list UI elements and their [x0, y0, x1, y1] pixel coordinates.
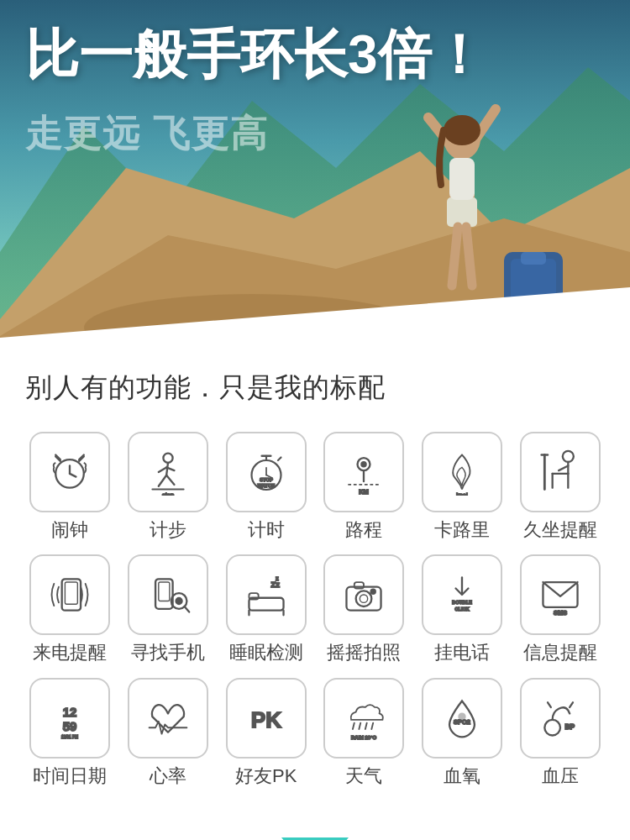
feature-kcal: kcal 卡路里 [417, 432, 507, 541]
svg-text:SMS: SMS [554, 610, 567, 617]
sms-icon-box: SMS [520, 554, 601, 635]
svg-rect-58 [159, 582, 170, 601]
sleep-icon: Zz z [243, 571, 290, 618]
spo2-icon-box: SPO2 [422, 678, 502, 759]
heartrate-icon [144, 695, 192, 742]
svg-line-10 [466, 227, 472, 286]
svg-line-30 [159, 467, 166, 472]
feature-camera: 摇摇拍照 [319, 554, 409, 664]
distance-icon: KM [340, 449, 387, 496]
svg-line-84 [365, 722, 367, 728]
svg-line-28 [159, 475, 166, 486]
svg-point-88 [459, 713, 465, 719]
svg-rect-18 [521, 252, 546, 265]
alarm-label: 闹钟 [51, 519, 88, 541]
svg-rect-13 [449, 158, 475, 200]
bp-icon: BP [537, 695, 584, 742]
svg-line-52 [559, 466, 568, 471]
pk-icon: PK [243, 695, 290, 742]
svg-text:STOP: STOP [260, 477, 273, 482]
feature-call: 来电提醒 [25, 554, 115, 664]
svg-line-82 [353, 722, 354, 728]
svg-text:RAIN 26°C: RAIN 26°C [351, 735, 377, 740]
find-phone-icon-box [128, 554, 208, 635]
kcal-label: 卡路里 [434, 519, 490, 541]
heartrate-icon-box [128, 678, 208, 759]
svg-text:WATCH: WATCH [257, 483, 274, 488]
distance-icon-box: KM [323, 432, 404, 512]
spo2-label: 血氧 [444, 765, 480, 787]
svg-text:BP: BP [564, 722, 575, 731]
svg-point-69 [356, 591, 372, 607]
step-icon-box: step [128, 432, 208, 512]
bottom-decoration [0, 821, 630, 840]
feature-find-phone: 寻找手机 [123, 554, 213, 664]
stopwatch-label: 计时 [248, 519, 285, 541]
distance-label: 路程 [345, 519, 382, 541]
svg-point-60 [176, 598, 181, 604]
svg-text:DOUBLE: DOUBLE [452, 601, 472, 606]
camera-icon [340, 571, 387, 618]
bp-label: 血压 [542, 765, 579, 787]
feature-datetime: 12 59 12/31 PM 时间日期 [25, 678, 115, 787]
step-label: 计步 [150, 519, 186, 541]
svg-line-37 [278, 458, 281, 461]
svg-point-43 [362, 462, 367, 467]
call-icon [46, 571, 93, 618]
svg-point-70 [360, 595, 368, 602]
svg-text:PK: PK [251, 707, 281, 732]
sleep-label: 睡眠检测 [229, 642, 303, 664]
weather-label: 天气 [345, 765, 382, 787]
spo2-icon: SPO2 [438, 695, 486, 742]
sedentary-icon [537, 449, 584, 496]
svg-line-85 [372, 722, 374, 728]
stopwatch-icon-box: STOP WATCH [226, 432, 307, 512]
feature-alarm: 闹钟 [25, 432, 115, 541]
camera-icon-box [323, 554, 404, 635]
sedentary-label: 久坐提醒 [523, 519, 597, 541]
datetime-icon: 12 59 12/31 PM [46, 695, 93, 742]
call-icon-box [29, 554, 110, 635]
svg-point-26 [163, 454, 172, 463]
find-phone-icon [144, 571, 192, 618]
feature-bp: BP 血压 [515, 678, 605, 787]
feature-hangup: DOUBLE CLICK 挂电话 [417, 554, 507, 664]
svg-text:step: step [162, 491, 174, 496]
find-phone-label: 寻找手机 [131, 642, 205, 664]
svg-rect-8 [447, 197, 477, 227]
svg-text:kcal: kcal [456, 491, 468, 496]
svg-point-72 [371, 590, 376, 595]
sms-label: 信息提醒 [523, 642, 597, 664]
feature-sedentary: 久坐提醒 [515, 432, 605, 541]
feature-sleep: Zz z 睡眠检测 [221, 554, 311, 664]
feature-heartrate: 心率 [123, 678, 213, 787]
weather-icon: RAIN 26°C [340, 695, 387, 742]
pk-icon-box: PK [226, 678, 307, 759]
feature-weather: RAIN 26°C 天气 [319, 678, 409, 787]
sleep-icon-box: Zz z [226, 554, 307, 635]
heartrate-label: 心率 [150, 765, 186, 787]
svg-line-91 [570, 702, 573, 707]
svg-line-61 [185, 606, 190, 612]
hangup-icon-box: DOUBLE CLICK [422, 554, 502, 635]
features-section: 别人有的功能．只是我的标配 闹钟 [0, 353, 630, 821]
feature-sms: SMS 信息提醒 [515, 554, 605, 664]
datetime-label: 时间日期 [33, 765, 107, 787]
svg-text:CLICK: CLICK [454, 606, 469, 612]
pk-label: 好友PK [235, 765, 297, 787]
stopwatch-icon: STOP WATCH [243, 449, 290, 496]
features-grid: 闹钟 step 计步 [25, 432, 605, 787]
alarm-icon-box [29, 432, 110, 512]
svg-text:KM: KM [360, 488, 370, 496]
alarm-icon [46, 449, 93, 496]
hangup-label: 挂电话 [434, 642, 490, 664]
kcal-icon: kcal [438, 449, 486, 496]
kcal-icon-box: kcal [422, 432, 502, 512]
weather-icon-box: RAIN 26°C [323, 678, 404, 759]
feature-distance: KM 路程 [319, 432, 409, 541]
bp-icon-box: BP [520, 678, 601, 759]
hero-section: 比一般手环长3倍！ 走更远 飞更高 [0, 0, 630, 353]
svg-point-12 [444, 115, 480, 145]
svg-text:59: 59 [63, 719, 77, 733]
svg-rect-56 [66, 582, 78, 604]
